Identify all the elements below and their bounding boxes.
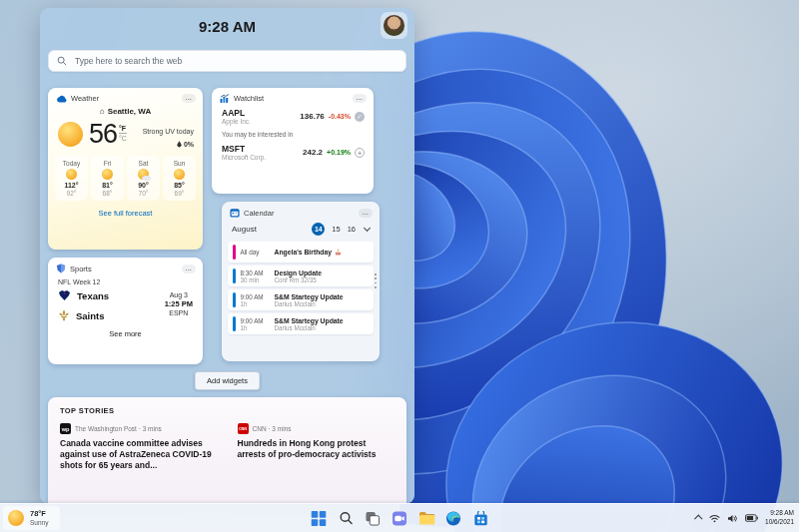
precipitation-value: 0% (184, 141, 194, 148)
avatar (384, 15, 404, 36)
file-explorer-icon (418, 511, 434, 525)
see-more-link[interactable]: See more (48, 329, 203, 338)
calendar-date[interactable]: 16 (348, 225, 356, 234)
calendar-date[interactable]: 15 (332, 225, 340, 234)
cloud-icon (56, 95, 67, 103)
user-avatar-button[interactable] (381, 12, 407, 39)
team-name: Saints (76, 310, 105, 321)
battery-icon[interactable] (745, 514, 758, 522)
stock-change: +0.19% (327, 149, 351, 156)
stock-change: -0.43% (329, 113, 351, 120)
web-search-bar[interactable] (48, 50, 406, 72)
calendar-month-label: August (232, 225, 257, 234)
weather-more-options-button[interactable]: ... (182, 94, 196, 103)
taskbar-widgets-button[interactable]: 78°F Sunny (3, 506, 60, 530)
add-to-watchlist-icon[interactable]: + (355, 148, 365, 158)
add-widgets-button[interactable]: Add widgets (194, 371, 261, 390)
watchlist-more-options-button[interactable]: ... (353, 94, 367, 103)
stock-row-aapl[interactable]: AAPL Apple Inc. 136.76 -0.43% ✓ (212, 106, 374, 125)
search-button[interactable] (338, 510, 355, 527)
top-stories-section: TOP STORIES wp The Washington Post · 3 m… (48, 397, 406, 504)
cnn-logo-icon: CNN (238, 423, 249, 434)
chevron-down-icon[interactable] (364, 225, 371, 232)
task-view-button[interactable] (365, 510, 382, 527)
calendar-event[interactable]: 9:00 AM 1h S&M Startegy Update Darius Mc… (228, 313, 374, 334)
edge-button[interactable] (445, 510, 462, 527)
droplet-icon (177, 141, 182, 148)
panel-clock: 9:28 AM (40, 18, 414, 35)
news-story[interactable]: CNN CNN · 3 mins Hundreds in Hong Kong p… (238, 423, 396, 471)
watchlist-widget: Watchlist ... AAPL Apple Inc. 136.76 -0.… (212, 88, 374, 194)
weather-condition: Strong UV today (143, 128, 194, 135)
task-view-icon (366, 511, 381, 526)
speaker-icon[interactable] (727, 514, 738, 523)
sunny-icon (8, 510, 24, 526)
file-explorer-button[interactable] (418, 510, 435, 527)
stock-price: 242.2 (303, 148, 323, 157)
game-info: Aug 3 1:25 PM ESPN (165, 291, 193, 316)
texans-logo (58, 289, 71, 301)
stock-symbol: MSFT (222, 144, 266, 154)
tray-date: 10/6/2021 (765, 518, 794, 527)
start-button[interactable] (311, 510, 328, 527)
event-color-bar (233, 245, 236, 260)
story-headline[interactable]: Hundreds in Hong Kong protest arrests of… (238, 438, 396, 460)
system-tray: 9:28 AM 10/6/2021 (696, 504, 794, 532)
taskbar-clock[interactable]: 9:28 AM 10/6/2021 (765, 509, 794, 527)
tray-time: 9:28 AM (765, 509, 794, 518)
calendar-more-options-button[interactable]: ... (359, 209, 373, 218)
tray-chevron-up-icon[interactable] (694, 514, 702, 522)
calendar-event[interactable]: All day Angela's Birthday (228, 242, 374, 263)
sunny-icon (66, 169, 77, 180)
story-headline[interactable]: Canada vaccine committee advises against… (60, 438, 218, 471)
sports-more-options-button[interactable]: ... (182, 265, 196, 273)
search-icon (339, 511, 353, 525)
stock-row-msft[interactable]: MSFT Microsoft Corp. 242.2 +0.19% + (212, 142, 374, 161)
home-location-icon: ⌂ (100, 107, 105, 116)
weather-location[interactable]: ⌂ Seattle, WA (48, 107, 203, 116)
taskbar: 78°F Sunny (0, 503, 799, 532)
saints-logo (58, 309, 70, 321)
windows-logo-icon (312, 511, 327, 526)
added-check-icon[interactable]: ✓ (355, 112, 365, 122)
top-stories-title: TOP STORIES (60, 406, 395, 415)
calendar-event[interactable]: 8:30 AM 30 min Design Update Conf Rm 32/… (228, 266, 374, 286)
microsoft-store-icon (473, 511, 487, 526)
sports-icon (56, 264, 66, 273)
game-network: ESPN (165, 309, 193, 316)
watchlist-widget-title: Watchlist (234, 94, 264, 103)
microsoft-store-button[interactable] (472, 510, 489, 527)
unit-celsius[interactable]: °C (119, 134, 127, 142)
forecast-day-sun: Sun 85° 69° (163, 156, 196, 201)
wifi-icon[interactable] (709, 514, 720, 523)
sunny-icon (174, 169, 185, 180)
event-color-bar (233, 292, 236, 307)
stock-price: 136.76 (300, 112, 324, 121)
event-color-bar (233, 268, 236, 283)
weather-widget-title: Weather (71, 94, 99, 103)
sports-widget-title: Sports (70, 265, 92, 273)
calendar-scroll-indicator[interactable] (375, 273, 377, 288)
search-icon (57, 56, 67, 66)
game-date: Aug 3 (165, 291, 193, 298)
team-name: Texans (77, 290, 109, 301)
taskbar-center-icons (311, 504, 489, 532)
see-full-forecast-link[interactable]: See full forecast (48, 209, 203, 218)
taskbar-weather-temp: 78°F (30, 509, 48, 519)
chat-icon (393, 511, 407, 526)
event-color-bar (233, 316, 236, 331)
calendar-event[interactable]: 9:00 AM 1h S&M Startegy Update Darius Mc… (228, 289, 374, 310)
forecast-day-sat: Sat 90° 70° (127, 156, 160, 201)
calendar-date-selected[interactable]: 14 (312, 223, 325, 236)
search-input[interactable] (73, 55, 398, 67)
news-story[interactable]: wp The Washington Post · 3 mins Canada v… (60, 423, 218, 471)
calendar-widget: Calendar ... August 14 15 16 All day Ang… (222, 202, 380, 361)
weather-widget: Weather ... ⌂ Seattle, WA 56 °F °C Stron… (48, 88, 203, 250)
unit-fahrenheit[interactable]: °F (119, 125, 127, 134)
story-source-meta: CNN · 3 mins (253, 425, 292, 432)
sports-widget: Sports ... NFL Week 12 Texans (48, 258, 203, 364)
chat-button[interactable] (392, 510, 408, 527)
widgets-panel: 9:28 AM Weather ... ⌂ Seattle, WA 56 °F (40, 8, 414, 504)
weather-location-label: Seattle, WA (108, 107, 152, 116)
current-temperature: 56 (89, 121, 117, 148)
